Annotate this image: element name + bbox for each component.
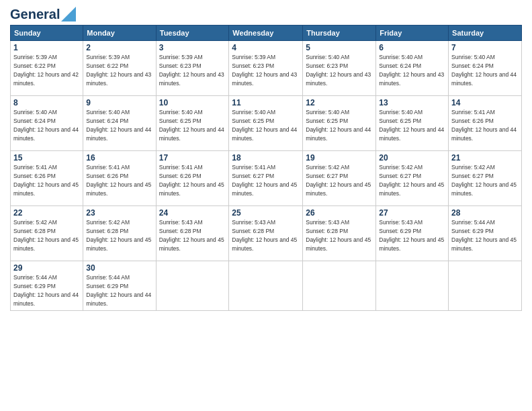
calendar-cell: 15 Sunrise: 5:41 AMSunset: 6:26 PMDaylig… <box>11 151 83 206</box>
calendar-week-row: 8 Sunrise: 5:40 AMSunset: 6:24 PMDayligh… <box>11 96 522 151</box>
calendar-day-header: Monday <box>83 26 156 41</box>
day-number: 15 <box>13 153 80 163</box>
day-detail: Sunrise: 5:43 AMSunset: 6:28 PMDaylight:… <box>232 219 297 252</box>
calendar-cell: 11 Sunrise: 5:40 AMSunset: 6:25 PMDaylig… <box>229 96 303 151</box>
calendar-cell: 30 Sunrise: 5:44 AMSunset: 6:29 PMDaylig… <box>83 261 156 311</box>
day-detail: Sunrise: 5:40 AMSunset: 6:25 PMDaylight:… <box>306 109 371 142</box>
day-number: 30 <box>86 263 152 273</box>
day-number: 1 <box>13 43 80 52</box>
calendar-week-row: 22 Sunrise: 5:42 AMSunset: 6:28 PMDaylig… <box>11 206 522 261</box>
day-number: 19 <box>306 153 373 163</box>
day-detail: Sunrise: 5:40 AMSunset: 6:24 PMDaylight:… <box>13 109 79 142</box>
day-number: 12 <box>306 98 373 107</box>
day-number: 10 <box>159 98 226 107</box>
day-number: 25 <box>232 208 300 218</box>
calendar-cell: 1 Sunrise: 5:39 AMSunset: 6:22 PMDayligh… <box>11 41 83 96</box>
day-number: 17 <box>159 153 226 163</box>
day-detail: Sunrise: 5:43 AMSunset: 6:28 PMDaylight:… <box>159 219 224 252</box>
day-detail: Sunrise: 5:42 AMSunset: 6:27 PMDaylight:… <box>379 164 444 197</box>
day-number: 26 <box>306 208 373 218</box>
day-detail: Sunrise: 5:41 AMSunset: 6:27 PMDaylight:… <box>232 164 297 197</box>
day-detail: Sunrise: 5:40 AMSunset: 6:24 PMDaylight:… <box>379 54 444 87</box>
day-number: 6 <box>379 43 445 52</box>
day-detail: Sunrise: 5:44 AMSunset: 6:29 PMDaylight:… <box>86 274 151 307</box>
page: General SundayMondayTuesdayWednesdayThur… <box>0 0 532 411</box>
day-number: 16 <box>86 153 152 163</box>
calendar-cell: 13 Sunrise: 5:40 AMSunset: 6:25 PMDaylig… <box>376 96 449 151</box>
calendar-day-header: Tuesday <box>156 26 229 41</box>
day-number: 21 <box>451 153 519 163</box>
day-detail: Sunrise: 5:40 AMSunset: 6:23 PMDaylight:… <box>306 54 371 87</box>
calendar-cell: 3 Sunrise: 5:39 AMSunset: 6:23 PMDayligh… <box>156 41 229 96</box>
day-detail: Sunrise: 5:39 AMSunset: 6:22 PMDaylight:… <box>86 54 151 87</box>
calendar-header-row: SundayMondayTuesdayWednesdayThursdayFrid… <box>11 26 522 41</box>
calendar-cell: 25 Sunrise: 5:43 AMSunset: 6:28 PMDaylig… <box>229 206 303 261</box>
day-detail: Sunrise: 5:44 AMSunset: 6:29 PMDaylight:… <box>451 219 517 252</box>
calendar-cell: 18 Sunrise: 5:41 AMSunset: 6:27 PMDaylig… <box>229 151 303 206</box>
calendar-cell <box>303 261 376 311</box>
calendar-cell: 8 Sunrise: 5:40 AMSunset: 6:24 PMDayligh… <box>11 96 83 151</box>
calendar-cell: 23 Sunrise: 5:42 AMSunset: 6:28 PMDaylig… <box>83 206 156 261</box>
calendar-day-header: Friday <box>376 26 449 41</box>
day-detail: Sunrise: 5:41 AMSunset: 6:26 PMDaylight:… <box>13 164 79 197</box>
calendar-day-header: Wednesday <box>229 26 303 41</box>
day-detail: Sunrise: 5:43 AMSunset: 6:29 PMDaylight:… <box>379 219 444 252</box>
day-detail: Sunrise: 5:39 AMSunset: 6:22 PMDaylight:… <box>13 54 79 87</box>
day-number: 7 <box>451 43 519 52</box>
day-detail: Sunrise: 5:40 AMSunset: 6:25 PMDaylight:… <box>379 109 444 142</box>
calendar-body: 1 Sunrise: 5:39 AMSunset: 6:22 PMDayligh… <box>11 41 522 311</box>
day-number: 23 <box>86 208 152 218</box>
calendar-cell: 19 Sunrise: 5:42 AMSunset: 6:27 PMDaylig… <box>303 151 376 206</box>
calendar-cell: 2 Sunrise: 5:39 AMSunset: 6:22 PMDayligh… <box>83 41 156 96</box>
calendar-cell: 5 Sunrise: 5:40 AMSunset: 6:23 PMDayligh… <box>303 41 376 96</box>
calendar-week-row: 15 Sunrise: 5:41 AMSunset: 6:26 PMDaylig… <box>11 151 522 206</box>
day-number: 29 <box>13 263 80 273</box>
day-number: 11 <box>232 98 300 107</box>
calendar-cell <box>156 261 229 311</box>
svg-marker-0 <box>61 7 76 21</box>
day-detail: Sunrise: 5:40 AMSunset: 6:25 PMDaylight:… <box>232 109 297 142</box>
day-number: 28 <box>451 208 519 218</box>
header: General <box>10 7 522 19</box>
calendar-week-row: 29 Sunrise: 5:44 AMSunset: 6:29 PMDaylig… <box>11 261 522 311</box>
calendar-cell: 4 Sunrise: 5:39 AMSunset: 6:23 PMDayligh… <box>229 41 303 96</box>
logo: General <box>10 7 76 19</box>
calendar-cell: 6 Sunrise: 5:40 AMSunset: 6:24 PMDayligh… <box>376 41 449 96</box>
calendar-day-header: Saturday <box>449 26 522 41</box>
calendar-cell: 22 Sunrise: 5:42 AMSunset: 6:28 PMDaylig… <box>11 206 83 261</box>
calendar-cell: 14 Sunrise: 5:41 AMSunset: 6:26 PMDaylig… <box>449 96 522 151</box>
calendar-cell: 29 Sunrise: 5:44 AMSunset: 6:29 PMDaylig… <box>11 261 83 311</box>
calendar-cell: 21 Sunrise: 5:42 AMSunset: 6:27 PMDaylig… <box>449 151 522 206</box>
calendar-cell: 9 Sunrise: 5:40 AMSunset: 6:24 PMDayligh… <box>83 96 156 151</box>
day-number: 18 <box>232 153 300 163</box>
day-detail: Sunrise: 5:40 AMSunset: 6:24 PMDaylight:… <box>86 109 151 142</box>
calendar-table: SundayMondayTuesdayWednesdayThursdayFrid… <box>10 25 522 311</box>
day-detail: Sunrise: 5:42 AMSunset: 6:28 PMDaylight:… <box>86 219 151 252</box>
calendar-cell: 28 Sunrise: 5:44 AMSunset: 6:29 PMDaylig… <box>449 206 522 261</box>
day-detail: Sunrise: 5:41 AMSunset: 6:26 PMDaylight:… <box>451 109 517 142</box>
calendar-cell <box>229 261 303 311</box>
calendar-cell: 12 Sunrise: 5:40 AMSunset: 6:25 PMDaylig… <box>303 96 376 151</box>
day-number: 2 <box>86 43 152 52</box>
day-number: 5 <box>306 43 373 52</box>
calendar-cell: 17 Sunrise: 5:41 AMSunset: 6:26 PMDaylig… <box>156 151 229 206</box>
day-detail: Sunrise: 5:40 AMSunset: 6:25 PMDaylight:… <box>159 109 224 142</box>
calendar-cell: 10 Sunrise: 5:40 AMSunset: 6:25 PMDaylig… <box>156 96 229 151</box>
day-number: 20 <box>379 153 445 163</box>
day-number: 8 <box>13 98 80 107</box>
calendar-week-row: 1 Sunrise: 5:39 AMSunset: 6:22 PMDayligh… <box>11 41 522 96</box>
logo-text: General <box>10 7 60 22</box>
day-number: 27 <box>379 208 445 218</box>
day-number: 3 <box>159 43 226 52</box>
day-detail: Sunrise: 5:41 AMSunset: 6:26 PMDaylight:… <box>159 164 224 197</box>
calendar-day-header: Sunday <box>11 26 83 41</box>
day-detail: Sunrise: 5:42 AMSunset: 6:27 PMDaylight:… <box>451 164 517 197</box>
calendar-day-header: Thursday <box>303 26 376 41</box>
day-number: 13 <box>379 98 445 107</box>
day-detail: Sunrise: 5:39 AMSunset: 6:23 PMDaylight:… <box>159 54 224 87</box>
calendar-cell: 7 Sunrise: 5:40 AMSunset: 6:24 PMDayligh… <box>449 41 522 96</box>
day-number: 4 <box>232 43 300 52</box>
day-detail: Sunrise: 5:42 AMSunset: 6:28 PMDaylight:… <box>13 219 79 252</box>
day-detail: Sunrise: 5:44 AMSunset: 6:29 PMDaylight:… <box>13 274 79 307</box>
calendar-cell: 16 Sunrise: 5:41 AMSunset: 6:26 PMDaylig… <box>83 151 156 206</box>
